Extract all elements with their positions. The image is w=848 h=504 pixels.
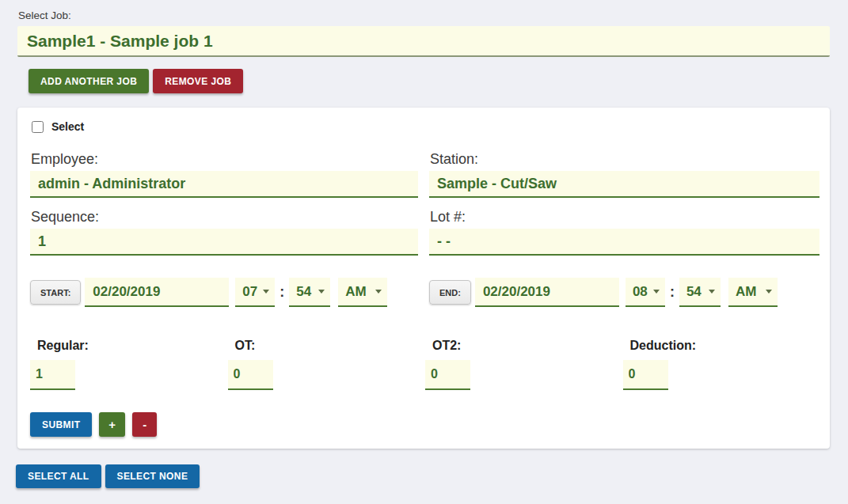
ot2-input[interactable] (425, 360, 470, 390)
sequence-input[interactable] (30, 229, 418, 256)
select-checkbox[interactable] (32, 121, 44, 133)
employee-input[interactable] (30, 171, 418, 198)
remove-row-button[interactable]: - (132, 412, 157, 437)
chevron-down-icon (375, 290, 382, 294)
employee-field-group: Employee: (30, 151, 418, 198)
employee-label: Employee: (31, 151, 418, 168)
ot2-hours-group: OT2: (425, 339, 623, 390)
remove-job-button[interactable]: REMOVE JOB (153, 69, 243, 93)
fields-grid: Employee: Station: Sequence: Lot #: (30, 151, 820, 256)
start-minute-value: 54 (296, 284, 311, 300)
end-time-separator: : (670, 284, 675, 301)
hours-grid: Regular: OT: OT2: Deduction: (30, 339, 820, 390)
regular-hours-group: Regular: (30, 339, 228, 390)
start-ampm-select[interactable]: AM (338, 278, 387, 307)
regular-label: Regular: (30, 339, 228, 353)
time-entry-card: Select Employee: Station: Sequence: Lot … (17, 108, 830, 449)
start-ampm-value: AM (345, 284, 366, 300)
end-hour-select[interactable]: 08 (626, 278, 665, 307)
station-field-group: Station: (429, 151, 819, 198)
start-hour-value: 07 (242, 284, 257, 300)
submit-button[interactable]: SUBMIT (30, 412, 92, 437)
end-minute-value: 54 (686, 284, 702, 300)
job-actions: ADD ANOTHER JOB REMOVE JOB (29, 69, 830, 93)
end-minute-select[interactable]: 54 (679, 278, 721, 307)
start-hour-select[interactable]: 07 (235, 278, 275, 307)
end-ampm-value: AM (736, 284, 756, 300)
select-all-button[interactable]: SELECT ALL (16, 464, 101, 488)
ot-input[interactable] (228, 360, 273, 390)
sequence-field-group: Sequence: (30, 209, 418, 256)
lot-field-group: Lot #: (429, 209, 819, 256)
chevron-down-icon (653, 290, 660, 294)
start-time-separator: : (279, 284, 284, 301)
chevron-down-icon (263, 290, 269, 294)
select-row: Select (32, 120, 820, 133)
station-label: Station: (430, 151, 819, 168)
regular-input[interactable] (30, 360, 75, 390)
lot-input[interactable] (429, 229, 819, 256)
end-time-row: END: 08 : 54 AM (429, 278, 819, 307)
sequence-label: Sequence: (31, 209, 418, 225)
ot2-label: OT2: (425, 339, 623, 353)
start-button[interactable]: START: (30, 280, 81, 305)
ot-label: OT: (228, 339, 426, 353)
job-select[interactable]: Sample1 - Sample job 1 (17, 26, 830, 57)
select-none-button[interactable]: SELECT NONE (105, 464, 200, 488)
select-job-label: Select Job: (18, 9, 830, 21)
footer-actions: SELECT ALL SELECT NONE (16, 464, 830, 488)
end-date-input[interactable] (475, 278, 619, 307)
deduction-hours-group: Deduction: (623, 339, 821, 390)
lot-label: Lot #: (430, 209, 819, 225)
start-time-row: START: 07 : 54 AM (30, 278, 418, 307)
deduction-input[interactable] (623, 360, 668, 390)
select-checkbox-label: Select (51, 120, 84, 133)
ot-hours-group: OT: (228, 339, 426, 390)
chevron-down-icon (709, 290, 715, 294)
job-select-value: Sample1 - Sample job 1 (27, 32, 213, 51)
page: Select Job: Sample1 - Sample job 1 ADD A… (0, 0, 848, 488)
time-grid: START: 07 : 54 AM END: (30, 278, 820, 307)
add-another-job-button[interactable]: ADD ANOTHER JOB (29, 69, 149, 93)
chevron-down-icon (766, 290, 772, 294)
station-input[interactable] (429, 171, 819, 198)
submit-row: SUBMIT + - (30, 412, 820, 437)
start-date-input[interactable] (85, 278, 229, 307)
end-ampm-select[interactable]: AM (728, 278, 778, 307)
start-minute-select[interactable]: 54 (289, 278, 330, 307)
end-hour-value: 08 (633, 284, 648, 300)
deduction-label: Deduction: (623, 339, 821, 353)
chevron-down-icon (318, 290, 325, 294)
add-row-button[interactable]: + (99, 412, 125, 437)
end-button[interactable]: END: (429, 280, 471, 305)
